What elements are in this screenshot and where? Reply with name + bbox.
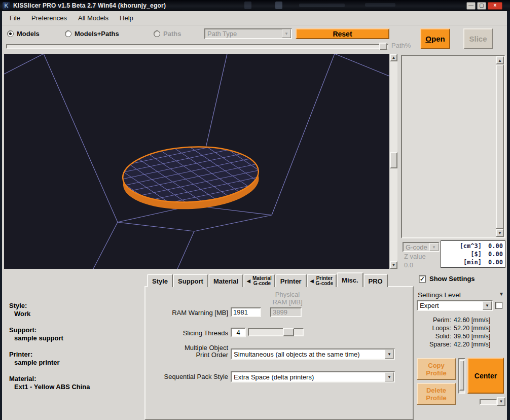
printer-value: sample printer xyxy=(14,359,60,366)
speed-row-loops: Loops: 52.20 [mm/s] xyxy=(424,324,490,332)
radio-models[interactable]: Models xyxy=(7,30,40,38)
reset-button[interactable]: Reset xyxy=(296,28,389,39)
path-type-select[interactable]: Path Type ▼ xyxy=(204,28,292,39)
center-label: Center xyxy=(475,372,497,380)
slicing-threads-slider-track[interactable] xyxy=(248,328,304,336)
speed-label: Perim: xyxy=(424,316,451,324)
left-arrow-icon: ◀ xyxy=(247,278,250,284)
total-value: 0.00 xyxy=(482,258,503,266)
scroll-down-button[interactable]: ▼ xyxy=(496,229,504,237)
titlebar[interactable]: K KISSlicer PRO v1.5 Beta 2.7 Win64 (kho… xyxy=(0,0,510,11)
close-button[interactable]: × xyxy=(488,2,502,10)
radio-models-paths[interactable]: Models+Paths xyxy=(65,30,119,38)
maximize-button[interactable]: ▢ xyxy=(477,2,486,10)
radio-paths[interactable]: Paths xyxy=(154,30,181,38)
bottom-slider-arrow-button[interactable]: ▼ xyxy=(497,397,505,406)
material-value: Ext1 - Yellow ABS China xyxy=(14,383,90,391)
total-value: 0.00 xyxy=(482,242,503,250)
desktop-ghost-icon xyxy=(275,2,282,9)
tab-material[interactable]: Material xyxy=(208,274,243,287)
tab-material-gcode[interactable]: ◀ MaterialG-code xyxy=(243,274,275,287)
scroll-up-button[interactable]: ▲ xyxy=(496,56,504,64)
pack-style-value: Extra Space (delta printers) xyxy=(232,372,385,381)
speed-summary: Perim: 42.60 [mm/s] Loops: 52.20 [mm/s] … xyxy=(424,316,490,348)
tab-support[interactable]: Support xyxy=(173,274,208,287)
tab-label: MaterialG-code xyxy=(252,276,272,286)
window-border-right xyxy=(507,0,510,420)
tab-pro[interactable]: PRO xyxy=(363,274,388,287)
speed-value: 42.20 [mm/s] xyxy=(454,340,490,348)
button-label: Delete xyxy=(426,387,446,394)
speed-row-sparse: Sparse: 42.20 [mm/s] xyxy=(424,340,490,348)
bottom-slider-track[interactable] xyxy=(480,399,497,405)
radio-paths-label: Paths xyxy=(163,30,181,38)
viewport-3d[interactable] xyxy=(4,54,389,269)
speed-label: Solid: xyxy=(424,332,451,340)
models-list-scrollbar[interactable]: ▲ ▼ xyxy=(496,56,504,237)
settings-level-select[interactable]: Expert ▼ xyxy=(417,300,493,311)
path-pct-slider-track[interactable] xyxy=(6,44,388,49)
z-value: 0.0 xyxy=(404,261,413,269)
center-button[interactable]: Center xyxy=(467,358,504,394)
open-button[interactable]: Open xyxy=(420,28,450,49)
speed-row-perim: Perim: 42.60 [mm/s] xyxy=(424,316,490,324)
scroll-thumb[interactable] xyxy=(390,152,397,168)
print-order-select[interactable]: Simultaneous (all objects at the same ti… xyxy=(231,348,395,360)
menu-preferences[interactable]: Preferences xyxy=(26,12,72,24)
speed-value: 52.20 [mm/s] xyxy=(454,324,490,332)
dropdown-arrow-icon: ▼ xyxy=(385,372,394,381)
tab-label: Support xyxy=(178,277,203,285)
settings-level-value: Expert xyxy=(418,301,483,310)
support-label: Support: xyxy=(9,326,37,334)
path-type-value: Path Type xyxy=(205,29,282,38)
reset-label: Reset xyxy=(333,30,352,38)
path-pct-label: Path% xyxy=(391,42,411,49)
menu-all-models[interactable]: All Models xyxy=(72,12,114,24)
delete-profile-button[interactable]: Delete Profile xyxy=(417,383,456,405)
tab-label: Style xyxy=(152,277,168,285)
tab-misc[interactable]: Misc. xyxy=(337,272,363,287)
support-value: sample support xyxy=(14,334,63,342)
window-border-left xyxy=(0,0,2,420)
pack-style-label: Sequential Pack Style xyxy=(155,373,228,380)
pack-style-select[interactable]: Extra Space (delta printers) ▼ xyxy=(231,371,395,382)
tab-label: Material xyxy=(213,277,238,285)
desktop-ghost-icon xyxy=(244,2,251,9)
center-offset-slider-track[interactable] xyxy=(458,358,465,394)
physical-ram-input[interactable] xyxy=(270,307,302,317)
menu-file[interactable]: File xyxy=(4,12,26,24)
open-label: Open xyxy=(425,34,445,43)
slicing-threads-value[interactable]: 4 xyxy=(231,328,246,337)
speed-label: Loops: xyxy=(424,324,451,332)
models-list[interactable]: ▲ ▼ xyxy=(401,55,505,238)
print-order-value: Simultaneous (all objects at the same ti… xyxy=(232,349,385,359)
settings-level-checkbox[interactable] xyxy=(495,302,502,309)
gcode-select[interactable]: G-code ▼ xyxy=(403,242,440,252)
total-unit: [min] xyxy=(453,258,482,266)
scroll-down-button[interactable]: ▼ xyxy=(390,261,397,269)
slicing-threads-slider-thumb[interactable] xyxy=(283,328,294,336)
z-value-label: Z value xyxy=(404,253,426,260)
slice-button[interactable]: Slice xyxy=(463,28,493,49)
scroll-up-button[interactable]: ▲ xyxy=(390,54,397,61)
left-arrow-icon: ◀ xyxy=(310,278,314,284)
menu-help[interactable]: Help xyxy=(114,12,139,24)
path-pct-slider-thumb[interactable] xyxy=(379,43,387,50)
print-order-label: Multiple Object Print Order xyxy=(155,344,228,359)
gcode-value: G-code xyxy=(404,243,429,251)
tab-printer-gcode[interactable]: ◀ PrinterG-code xyxy=(307,274,337,287)
dropdown-arrow-icon: ▼ xyxy=(282,29,291,38)
center-offset-slider-thumb[interactable] xyxy=(459,360,464,391)
scroll-thumb[interactable] xyxy=(496,64,504,229)
speed-label: Sparse: xyxy=(424,340,451,348)
show-settings-checkbox[interactable]: ✓ Show Settings xyxy=(419,275,475,283)
tab-style[interactable]: Style xyxy=(147,274,173,287)
tab-printer[interactable]: Printer xyxy=(275,274,307,287)
viewport-scrollbar[interactable]: ▲ ▼ xyxy=(390,54,397,269)
settings-level-expander[interactable]: ▼ xyxy=(499,291,504,297)
ram-warning-input[interactable] xyxy=(231,307,261,317)
minimize-button[interactable]: — xyxy=(466,2,476,10)
tab-label: PRO xyxy=(369,277,383,285)
copy-profile-button[interactable]: Copy Profile xyxy=(417,358,456,380)
radio-circle-icon xyxy=(154,30,160,37)
